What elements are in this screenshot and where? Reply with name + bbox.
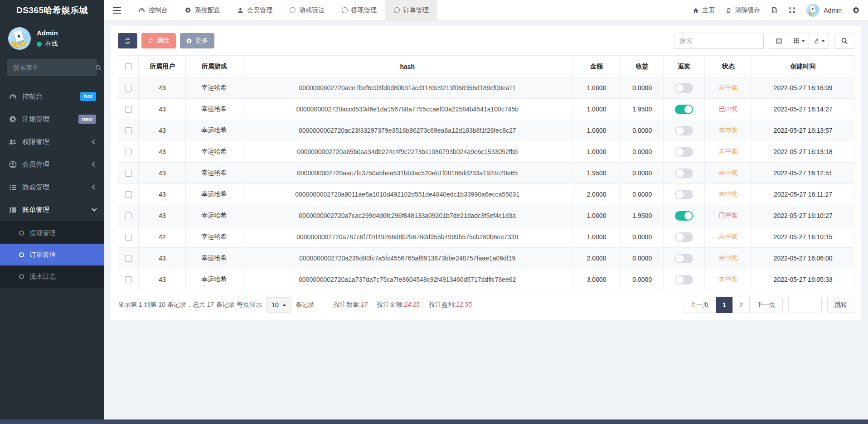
row-checkbox[interactable] — [125, 106, 132, 113]
cogs-icon[interactable] — [853, 7, 860, 14]
stat-value: 12.55 — [456, 301, 472, 308]
status-text: 已中奖 — [719, 212, 738, 219]
tab-members[interactable]: 会员管理 — [229, 0, 281, 20]
row-checkbox[interactable] — [125, 85, 132, 92]
clear-screen-icon[interactable] — [771, 7, 778, 14]
return-toggle[interactable] — [675, 190, 693, 199]
table-search-input[interactable] — [674, 33, 764, 49]
page-button-2[interactable]: 2 — [732, 297, 750, 313]
table-footer: 显示第 1 到第 10 条记录，总共 17 条记录 每页显示 10 条记录 投注… — [118, 297, 854, 313]
export-icon — [813, 38, 820, 44]
export-button[interactable] — [809, 33, 829, 49]
return-toggle[interactable] — [675, 232, 693, 242]
sidebar-item-withdrawals[interactable]: 提现管理 — [0, 222, 104, 244]
col-hash: hash — [242, 56, 572, 77]
return-toggle[interactable] — [675, 254, 693, 263]
grid-icon — [793, 38, 800, 44]
more-label: 更多 — [195, 37, 208, 45]
sidebar-item-console[interactable]: 控制台 hot — [0, 85, 104, 108]
stat-label: 投注数量: — [334, 301, 361, 308]
cell-game: 幸运哈希 — [186, 77, 242, 99]
toolbar-right — [674, 33, 854, 49]
clear-cache-link[interactable]: 清除缓存 — [726, 6, 760, 14]
cell-game: 幸运哈希 — [186, 226, 242, 248]
row-checkbox[interactable] — [125, 276, 132, 283]
cell-hash: 0000000002720a1a737da7c75ca7fe8604548c92… — [242, 269, 572, 290]
jump-button[interactable]: 跳转 — [827, 297, 854, 313]
sidebar-item-general[interactable]: 常规管理 new — [0, 108, 104, 130]
status-text: 未中奖 — [719, 233, 738, 240]
sidebar-item-members[interactable]: 会员管理 — [0, 153, 104, 176]
status-text: 未中奖 — [719, 169, 738, 176]
advanced-search-button[interactable] — [834, 33, 854, 49]
status-text: 未中奖 — [719, 254, 738, 261]
return-toggle[interactable] — [675, 169, 693, 178]
more-button[interactable]: 更多 — [180, 33, 214, 48]
app-title: DS365哈希娱乐城 — [0, 0, 104, 21]
detail-view-button[interactable] — [769, 33, 789, 49]
user-circle-icon — [8, 161, 17, 169]
row-checkbox[interactable] — [125, 234, 132, 241]
row-checkbox[interactable] — [125, 170, 132, 177]
delete-button[interactable]: 删除 — [141, 33, 176, 48]
sidebar-item-permissions[interactable]: 权限管理 — [0, 130, 104, 153]
admin-menu[interactable]: ♠ Admin — [806, 4, 842, 17]
jump-page-input[interactable] — [788, 297, 822, 313]
table-row: 43 幸运哈希 0000000002720ab5b0aa34db224c4f9c… — [118, 141, 854, 163]
cell-user: 42 — [139, 226, 186, 248]
sidebar-item-bills[interactable]: 账单管理 — [0, 198, 104, 221]
select-all-checkbox[interactable] — [125, 63, 132, 70]
return-toggle[interactable] — [675, 147, 693, 157]
tab-game-play[interactable]: 游戏玩法 — [281, 0, 333, 20]
page-button-1[interactable]: 1 — [716, 297, 733, 313]
row-checkbox[interactable] — [125, 255, 132, 262]
return-toggle[interactable] — [675, 126, 693, 135]
col-created: 创建时间 — [752, 56, 854, 77]
gear-icon — [185, 7, 191, 14]
table-row: 43 幸运哈希 0000000002720a235d80fc7a5fc45567… — [118, 248, 854, 269]
sidebar: DS365哈希娱乐城 ♠ Admin 在线 控制台 hot — [0, 0, 104, 424]
sidebar-item-logs[interactable]: 流水日志 — [0, 265, 104, 287]
fullscreen-icon[interactable] — [789, 7, 795, 14]
prev-page-button[interactable]: 上一页 — [683, 297, 716, 313]
hamburger-icon[interactable] — [104, 0, 130, 20]
cell-hash: 0000000002720a235d80fc7a5fc4556765af6913… — [242, 248, 572, 269]
return-toggle[interactable] — [675, 83, 693, 93]
next-page-button[interactable]: 下一页 — [749, 297, 783, 313]
cell-hash: 0000000002720accd533d6e1da156788a7755cca… — [242, 99, 572, 120]
col-status: 状态 — [705, 56, 752, 77]
page-size-value: 10 — [272, 301, 279, 308]
sidebar-item-orders[interactable]: 订单管理 — [0, 244, 104, 265]
cell-user: 43 — [139, 120, 186, 141]
tab-console[interactable]: 控制台 — [130, 0, 176, 20]
row-checkbox[interactable] — [125, 191, 132, 198]
cell-amount: 1.0000 — [572, 205, 621, 226]
navbar-right: 主页 清除缓存 ♠ Admin — [693, 0, 868, 20]
columns-button[interactable] — [789, 33, 809, 49]
sidebar-search-input[interactable] — [13, 64, 95, 71]
header-checkbox-cell — [118, 56, 139, 77]
row-checkbox[interactable] — [125, 149, 132, 155]
trash-icon — [726, 7, 732, 14]
return-toggle[interactable] — [675, 275, 693, 284]
cell-hash: 0000000002720a787c6f7f2d49266d8b2b678dd9… — [242, 226, 572, 248]
row-checkbox[interactable] — [125, 212, 132, 219]
cell-game: 幸运哈希 — [186, 205, 242, 226]
cell-user: 43 — [139, 99, 186, 120]
refresh-icon — [124, 38, 131, 44]
return-toggle[interactable] — [675, 211, 693, 221]
tab-withdrawals[interactable]: 提现管理 — [333, 0, 385, 20]
sidebar-item-games[interactable]: 游戏管理 — [0, 176, 104, 198]
refresh-button[interactable] — [118, 33, 137, 48]
status-text: 未中奖 — [719, 275, 738, 283]
tab-orders[interactable]: 订单管理 — [385, 0, 437, 20]
page-size-dropdown[interactable]: 10 — [266, 297, 291, 313]
bet-stats: 投注数量:17 投注金额:24.25 投注盈利:12.55 — [334, 301, 472, 309]
circle-icon — [19, 231, 24, 236]
avatar[interactable]: ♠ — [8, 27, 31, 50]
home-link[interactable]: 主页 — [693, 6, 715, 14]
tab-system-config[interactable]: 系统配置 — [176, 0, 229, 20]
tab-label: 提现管理 — [351, 6, 377, 14]
row-checkbox[interactable] — [125, 127, 132, 134]
return-toggle[interactable] — [675, 105, 693, 114]
